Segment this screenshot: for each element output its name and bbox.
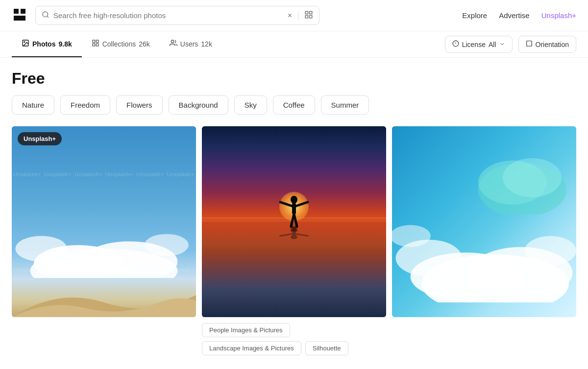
tab-collections[interactable]: Collections 26k (82, 31, 160, 57)
svg-line-27 (296, 202, 308, 206)
tab-photos-count: 9.8k (58, 40, 72, 48)
photo-card-2[interactable] (202, 126, 386, 317)
svg-line-28 (280, 202, 292, 206)
svg-rect-5 (305, 11, 308, 14)
svg-rect-6 (310, 11, 312, 14)
svg-rect-7 (305, 16, 308, 18)
svg-point-42 (525, 236, 576, 266)
svg-line-34 (296, 234, 308, 236)
svg-point-25 (291, 196, 297, 204)
tab-users[interactable]: Users 12k (160, 31, 222, 57)
photo-column-1: Unsplash+ Unsplash+ Unsplash+ Unsplash+ … (12, 126, 196, 355)
clear-search-button[interactable]: × (288, 11, 292, 20)
tag-summer[interactable]: Summer (321, 95, 369, 115)
photos-icon (22, 39, 29, 48)
svg-point-43 (392, 225, 431, 247)
photo-card-3[interactable] (392, 126, 576, 317)
svg-point-46 (503, 158, 562, 197)
tag-sky[interactable]: Sky (234, 95, 267, 115)
users-icon (170, 39, 177, 48)
svg-rect-13 (93, 44, 95, 46)
photo-card-1[interactable]: Unsplash+ Unsplash+ Unsplash+ Unsplash+ … (12, 126, 196, 317)
nav-explore[interactable]: Explore (462, 11, 487, 20)
tab-photos[interactable]: Photos 9.8k (12, 31, 82, 57)
tag-nature[interactable]: Nature (12, 95, 54, 115)
license-chevron-icon (499, 41, 505, 48)
svg-rect-11 (93, 40, 95, 43)
related-tags: Nature Freedom Flowers Background Sky Co… (0, 95, 588, 126)
svg-rect-12 (96, 40, 98, 43)
tab-users-label: Users (180, 40, 198, 48)
svg-rect-26 (292, 203, 296, 214)
orientation-filter-button[interactable]: Orientation (518, 36, 576, 53)
photo-column-2: People Images & Pictures Landscape Image… (202, 126, 386, 355)
search-bar[interactable]: free × (35, 6, 319, 25)
sub-tag-people[interactable]: People Images & Pictures (202, 323, 290, 337)
nav-unsplash-plus[interactable]: Unsplash+ (541, 11, 576, 20)
svg-rect-8 (310, 16, 312, 18)
visual-search-button[interactable] (304, 10, 313, 21)
main-nav: Explore Advertise Unsplash+ (462, 11, 576, 20)
svg-point-23 (16, 236, 67, 262)
svg-line-35 (280, 234, 292, 236)
tab-users-count: 12k (201, 40, 212, 48)
photo-column-3 (392, 126, 576, 355)
orientation-label: Orientation (536, 41, 569, 48)
svg-point-24 (145, 234, 189, 256)
svg-point-10 (24, 42, 25, 43)
svg-point-32 (291, 235, 297, 239)
sub-tag-landscape[interactable]: Landscape Images & Pictures (202, 341, 301, 355)
tag-flowers[interactable]: Flowers (116, 95, 163, 115)
page-title-section: Free (0, 58, 588, 95)
unsplash-plus-badge: Unsplash+ (18, 132, 62, 145)
license-value: All (489, 41, 496, 48)
tab-photos-label: Photos (32, 40, 55, 48)
tab-filters: License All Orientation (445, 36, 576, 53)
search-icon (42, 11, 49, 21)
search-divider (298, 11, 298, 20)
tag-coffee[interactable]: Coffee (273, 95, 315, 115)
site-header: free × Explore Advertise Unsplash+ (0, 0, 588, 31)
sub-tag-silhouette[interactable]: Silhouette (305, 341, 348, 355)
tag-background[interactable]: Background (169, 95, 228, 115)
svg-rect-19 (526, 41, 532, 46)
svg-rect-1 (14, 9, 19, 14)
tab-collections-label: Collections (102, 40, 136, 48)
orientation-icon (526, 40, 533, 48)
license-filter-button[interactable]: License All (445, 36, 513, 53)
photo-card-2-tags: People Images & Pictures Landscape Image… (202, 323, 386, 355)
tag-freedom[interactable]: Freedom (60, 95, 110, 115)
svg-rect-2 (21, 9, 25, 14)
search-input[interactable]: free (53, 11, 284, 20)
svg-rect-14 (96, 44, 98, 46)
svg-line-37 (294, 224, 297, 230)
svg-point-4 (43, 12, 48, 17)
nav-advertise[interactable]: Advertise (499, 11, 530, 20)
logo[interactable] (12, 7, 27, 24)
svg-rect-3 (14, 16, 25, 21)
tabs-bar: Photos 9.8k Collections 26k Users 12k (0, 31, 588, 58)
license-icon (452, 40, 459, 48)
collections-icon (92, 39, 99, 48)
license-label: License (462, 41, 486, 48)
tab-collections-count: 26k (139, 40, 150, 48)
photo-grid: Unsplash+ Unsplash+ Unsplash+ Unsplash+ … (0, 126, 588, 355)
svg-point-15 (171, 40, 173, 43)
page-title: Free (12, 69, 576, 88)
